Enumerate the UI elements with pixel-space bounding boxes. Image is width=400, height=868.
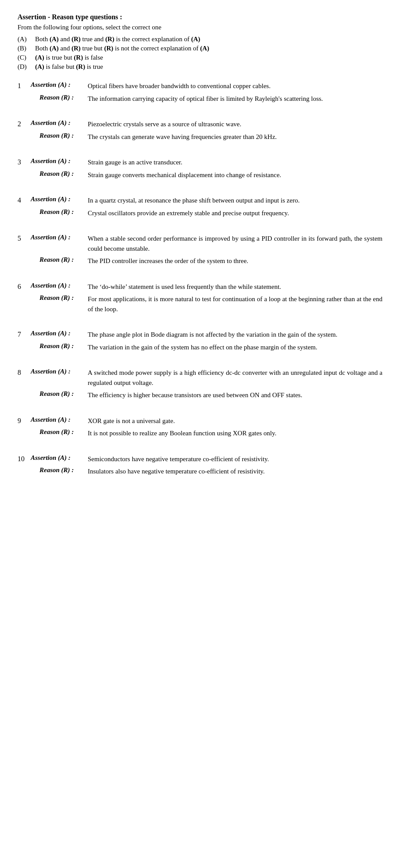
reason-row: Reason (R) :The variation in the gain of… <box>31 342 382 352</box>
questions-section: 1Assertion (A) :Optical fibers have broa… <box>18 81 382 479</box>
question-content: Assertion (A) :The phase angle plot in B… <box>31 330 382 355</box>
reason-label: Reason (R) : <box>31 342 88 350</box>
question-block: 2Assertion (A) :Piezoelectric crystals s… <box>18 119 382 144</box>
reason-row: Reason (R) :The PID controller increases… <box>31 256 382 266</box>
assertion-row: Assertion (A) :The phase angle plot in B… <box>31 330 382 340</box>
assertion-label: Assertion (A) : <box>31 368 88 375</box>
reason-row: Reason (R) :Strain gauge converts mechan… <box>31 170 382 180</box>
reason-label: Reason (R) : <box>31 132 88 139</box>
question-block: 1Assertion (A) :Optical fibers have broa… <box>18 81 382 106</box>
question-number: 7 <box>18 330 31 338</box>
assertion-row: Assertion (A) :XOR gate is not a univers… <box>31 416 382 426</box>
option-row: (D)(A) is false but (R) is true <box>18 63 382 71</box>
option-text: Both (A) and (R) true but (R) is not the… <box>35 45 382 52</box>
options-list: (A)Both (A) and (R) true and (R) is the … <box>18 36 382 71</box>
assertion-row: Assertion (A) :Semiconductors have negat… <box>31 454 382 464</box>
assertion-text: The ‘do-while’ statement is used less fr… <box>88 282 382 292</box>
assertion-row: Assertion (A) :The ‘do-while’ statement … <box>31 282 382 292</box>
option-label: (D) <box>18 63 35 71</box>
assertion-label: Assertion (A) : <box>31 81 88 89</box>
option-label: (A) <box>18 36 35 43</box>
question-block: 8Assertion (A) :A switched mode power su… <box>18 368 382 403</box>
question-number: 6 <box>18 282 31 291</box>
page-title: Assertion - Reason type questions : <box>18 13 382 21</box>
question-content: Assertion (A) :Strain gauge is an active… <box>31 157 382 182</box>
assertion-label: Assertion (A) : <box>31 330 88 337</box>
assertion-text: When a stable second order performance i… <box>88 234 382 253</box>
assertion-row: Assertion (A) :Strain gauge is an active… <box>31 157 382 167</box>
question-number: 3 <box>18 157 31 166</box>
option-row: (C)(A) is true but (R) is false <box>18 54 382 61</box>
reason-row: Reason (R) :For most applications, it is… <box>31 294 382 314</box>
reason-row: Reason (R) :Insulators also have negativ… <box>31 466 382 477</box>
question-block: 9Assertion (A) :XOR gate is not a univer… <box>18 416 382 441</box>
question-block: 3Assertion (A) :Strain gauge is an activ… <box>18 157 382 182</box>
reason-label: Reason (R) : <box>31 466 88 474</box>
assertion-label: Assertion (A) : <box>31 282 88 289</box>
assertion-label: Assertion (A) : <box>31 454 88 462</box>
reason-text: It is not possible to realize any Boolea… <box>88 428 382 438</box>
option-label: (C) <box>18 54 35 61</box>
question-number: 5 <box>18 234 31 242</box>
question-number: 2 <box>18 119 31 128</box>
question-content: Assertion (A) :Piezoelectric crystals se… <box>31 119 382 144</box>
reason-label: Reason (R) : <box>31 294 88 302</box>
question-number: 4 <box>18 196 31 204</box>
assertion-label: Assertion (A) : <box>31 416 88 423</box>
assertion-text: XOR gate is not a universal gate. <box>88 416 382 426</box>
reason-row: Reason (R) :The efficiency is higher bec… <box>31 390 382 400</box>
question-content: Assertion (A) :A switched mode power sup… <box>31 368 382 403</box>
question-block: 5Assertion (A) :When a stable second ord… <box>18 234 382 269</box>
question-block: 4Assertion (A) :In a quartz crystal, at … <box>18 196 382 221</box>
question-content: Assertion (A) :In a quartz crystal, at r… <box>31 196 382 221</box>
assertion-label: Assertion (A) : <box>31 234 88 241</box>
assertion-row: Assertion (A) :When a stable second orde… <box>31 234 382 253</box>
assertion-row: Assertion (A) :In a quartz crystal, at r… <box>31 196 382 206</box>
reason-text: For most applications, it is more natura… <box>88 294 382 314</box>
assertion-text: Piezoelectric crystals serve as a source… <box>88 119 382 129</box>
option-row: (B)Both (A) and (R) true but (R) is not … <box>18 45 382 52</box>
reason-text: The variation in the gain of the system … <box>88 342 382 352</box>
question-content: Assertion (A) :Semiconductors have negat… <box>31 454 382 479</box>
reason-row: Reason (R) :The information carrying cap… <box>31 94 382 104</box>
assertion-text: Strain gauge is an active transducer. <box>88 157 382 167</box>
reason-row: Reason (R) :It is not possible to realiz… <box>31 428 382 438</box>
question-block: 7Assertion (A) :The phase angle plot in … <box>18 330 382 355</box>
assertion-row: Assertion (A) :Piezoelectric crystals se… <box>31 119 382 129</box>
assertion-label: Assertion (A) : <box>31 196 88 203</box>
assertion-text: A switched mode power supply is a high e… <box>88 368 382 388</box>
reason-label: Reason (R) : <box>31 208 88 216</box>
question-content: Assertion (A) :The ‘do-while’ statement … <box>31 282 382 317</box>
reason-label: Reason (R) : <box>31 256 88 263</box>
reason-label: Reason (R) : <box>31 428 88 436</box>
question-block: 10Assertion (A) :Semiconductors have neg… <box>18 454 382 479</box>
assertion-text: The phase angle plot in Bode diagram is … <box>88 330 382 340</box>
assertion-label: Assertion (A) : <box>31 157 88 165</box>
question-number: 1 <box>18 81 31 90</box>
reason-text: The crystals can generate wave having fr… <box>88 132 382 142</box>
reason-row: Reason (R) :Crystal oscillators provide … <box>31 208 382 218</box>
reason-text: Crystal oscillators provide an extremely… <box>88 208 382 218</box>
reason-text: Strain gauge converts mechanical displac… <box>88 170 382 180</box>
reason-label: Reason (R) : <box>31 94 88 101</box>
option-row: (A)Both (A) and (R) true and (R) is the … <box>18 36 382 43</box>
instructions: From the following four options, select … <box>18 24 382 31</box>
reason-label: Reason (R) : <box>31 390 88 398</box>
option-text: (A) is true but (R) is false <box>35 54 382 61</box>
assertion-text: Optical fibers have broader bandwidth to… <box>88 81 382 91</box>
assertion-text: In a quartz crystal, at resonance the ph… <box>88 196 382 206</box>
assertion-row: Assertion (A) :A switched mode power sup… <box>31 368 382 388</box>
reason-text: The information carrying capacity of opt… <box>88 94 382 104</box>
question-number: 10 <box>18 454 31 463</box>
option-label: (B) <box>18 45 35 52</box>
reason-text: The efficiency is higher because transis… <box>88 390 382 400</box>
reason-text: Insulators also have negative temperatur… <box>88 466 382 477</box>
question-content: Assertion (A) :XOR gate is not a univers… <box>31 416 382 441</box>
reason-text: The PID controller increases the order o… <box>88 256 382 266</box>
question-content: Assertion (A) :Optical fibers have broad… <box>31 81 382 106</box>
option-text: Both (A) and (R) true and (R) is the cor… <box>35 36 382 43</box>
reason-row: Reason (R) :The crystals can generate wa… <box>31 132 382 142</box>
assertion-label: Assertion (A) : <box>31 119 88 127</box>
assertion-text: Semiconductors have negative temperature… <box>88 454 382 464</box>
question-number: 9 <box>18 416 31 425</box>
